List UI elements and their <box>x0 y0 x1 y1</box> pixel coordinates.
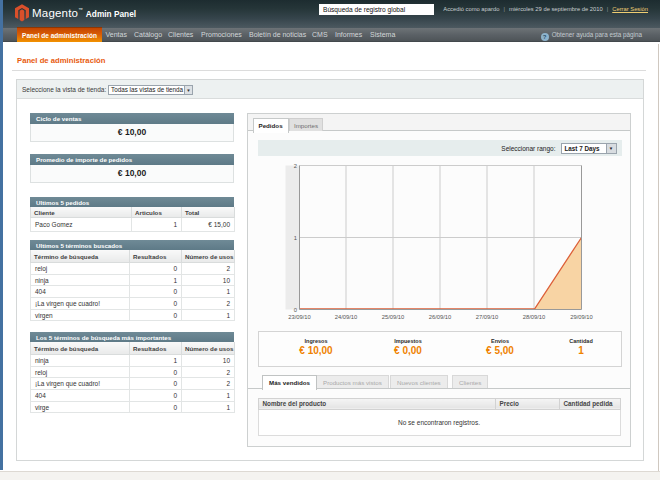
svg-text:28/09/10: 28/09/10 <box>522 314 545 320</box>
svg-text:25/09/10: 25/09/10 <box>381 314 404 320</box>
svg-text:26/09/10: 26/09/10 <box>428 314 451 320</box>
svg-text:1: 1 <box>293 235 296 241</box>
svg-text:29/09/10: 29/09/10 <box>570 314 593 320</box>
svg-text:0: 0 <box>293 307 296 313</box>
svg-text:23/09/10: 23/09/10 <box>288 314 311 320</box>
svg-text:27/09/10: 27/09/10 <box>475 314 498 320</box>
svg-text:24/09/10: 24/09/10 <box>334 314 357 320</box>
svg-text:2: 2 <box>293 163 296 169</box>
